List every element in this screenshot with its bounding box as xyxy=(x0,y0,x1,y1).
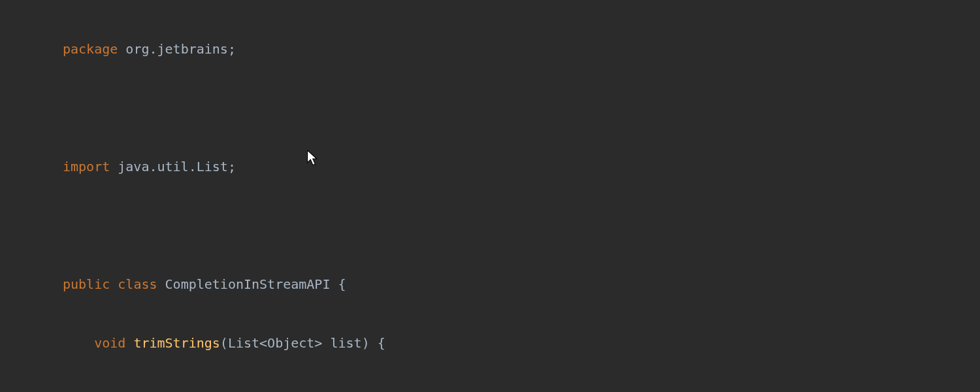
semicolon: ; xyxy=(228,159,236,174)
angle-open: < xyxy=(259,335,267,351)
keyword-import: import xyxy=(63,159,110,174)
import-name: java.util.List xyxy=(110,159,228,174)
keyword-public: public xyxy=(63,276,118,292)
code-line-1[interactable]: package org.jetbrains; xyxy=(63,39,980,59)
paren-close: ) xyxy=(362,335,378,351)
code-line-5[interactable]: public class CompletionInStreamAPI { xyxy=(63,274,980,294)
angle-close: > xyxy=(314,335,322,351)
code-line-4[interactable] xyxy=(63,216,980,235)
param-name: list xyxy=(322,335,361,351)
generic-type: Object xyxy=(267,335,314,351)
package-name: org.jetbrains xyxy=(118,41,228,57)
indent xyxy=(63,335,94,351)
code-line-2[interactable] xyxy=(63,98,980,118)
code-line-6[interactable]: void trimStrings(List<Object> list) { xyxy=(63,333,980,353)
method-name: trimStrings xyxy=(125,335,220,351)
keyword-package: package xyxy=(63,41,118,57)
keyword-void: void xyxy=(94,335,125,351)
code-line-3[interactable]: import java.util.List; xyxy=(63,157,980,176)
paren-open: ( xyxy=(220,335,228,351)
keyword-class: class xyxy=(118,276,157,292)
brace-open: { xyxy=(378,335,385,351)
semicolon: ; xyxy=(228,41,236,57)
brace-open: { xyxy=(338,276,346,292)
class-name: CompletionInStreamAPI xyxy=(157,276,338,292)
param-type: List xyxy=(228,335,259,351)
code-editor[interactable]: package org.jetbrains; import java.util.… xyxy=(0,0,980,392)
